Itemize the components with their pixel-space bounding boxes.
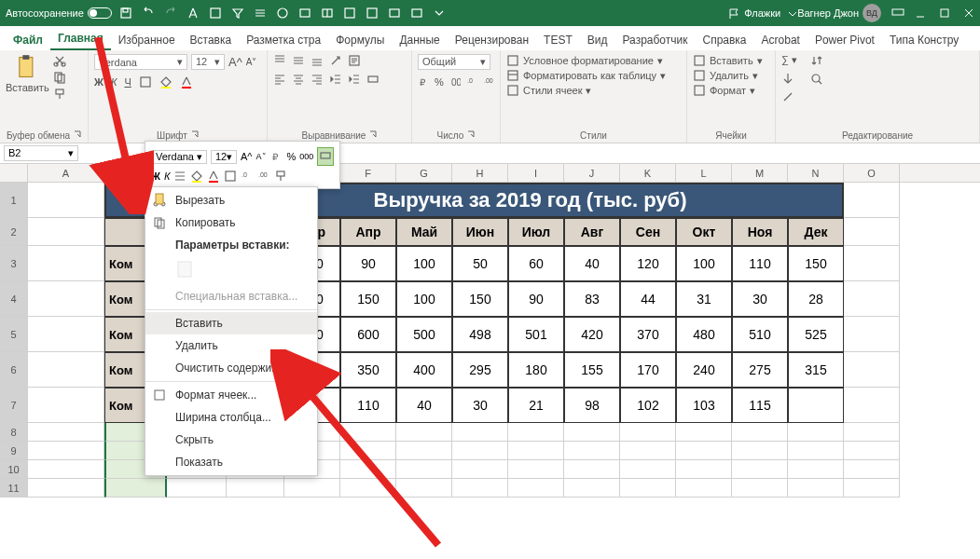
cell[interactable] [167,479,227,498]
tab-home[interactable]: Главная [50,28,111,50]
tab-help[interactable]: Справка [695,30,753,50]
row-header[interactable]: 11 [0,479,28,498]
cell[interactable] [28,183,104,218]
cell[interactable] [340,460,396,479]
cell[interactable] [676,479,732,498]
cell[interactable] [788,479,844,498]
data-cell[interactable]: 110 [340,388,396,423]
maximize-icon[interactable] [939,7,950,19]
data-cell[interactable]: 170 [620,352,676,388]
cell[interactable] [28,281,104,317]
cell[interactable] [508,423,564,442]
mini-fill-color-icon[interactable] [190,170,203,183]
cell[interactable] [676,423,732,442]
cell[interactable] [620,460,676,479]
accounting-icon[interactable]: ₽ [418,75,429,89]
cell[interactable] [28,388,104,423]
data-cell[interactable]: 30 [732,281,788,317]
col-header[interactable]: O [844,164,900,182]
dialog-launcher-icon[interactable] [74,130,81,138]
mini-italic[interactable]: К [164,170,170,182]
cut-icon[interactable] [53,54,66,67]
cell[interactable] [284,479,340,498]
name-box[interactable]: B2▾ [4,145,78,161]
mini-font-color-icon[interactable] [207,170,220,183]
format-painter-icon[interactable] [53,88,66,101]
font-name-input[interactable]: Verdana▾ [94,54,187,70]
tab-developer[interactable]: Разработчик [614,30,695,50]
cell[interactable] [396,423,452,442]
chevron-down-icon[interactable] [433,7,446,20]
filter-icon[interactable] [231,7,244,20]
header-cell[interactable]: Дек [788,218,844,246]
cell[interactable] [732,479,788,498]
cell[interactable] [844,218,900,246]
decrease-decimal-icon[interactable]: .00 [483,75,494,89]
data-cell[interactable]: 102 [620,388,676,423]
header-cell[interactable]: Май [396,218,452,246]
conditional-formatting-button[interactable]: Условное форматирование▾ [506,54,681,67]
menu-column-width[interactable]: Ширина столбца... [145,406,317,429]
cell[interactable] [396,442,452,460]
align-top-icon[interactable] [273,54,286,67]
data-cell[interactable]: 103 [676,388,732,423]
tab-acrobat[interactable]: Acrobat [754,30,807,50]
cell[interactable] [620,442,676,460]
menu-hide[interactable]: Скрыть [145,429,317,451]
redo-icon[interactable] [164,7,177,20]
cell[interactable] [28,317,104,352]
data-cell[interactable]: 28 [788,281,844,317]
cell[interactable] [564,460,620,479]
cell[interactable] [396,460,452,479]
data-cell[interactable]: 155 [564,352,620,388]
data-cell[interactable]: 498 [452,317,508,352]
data-cell[interactable]: 98 [564,388,620,423]
fill-icon[interactable] [781,72,794,85]
cell[interactable] [564,442,620,460]
data-cell[interactable]: 315 [788,352,844,388]
qat-icon[interactable] [343,7,356,20]
tab-file[interactable]: Файл [6,30,50,50]
row-header[interactable]: 5 [0,317,28,352]
clear-icon[interactable] [781,90,794,103]
cell[interactable] [676,442,732,460]
cell[interactable] [844,317,900,352]
increase-font-icon[interactable]: A^ [228,55,242,69]
cell[interactable] [844,183,900,218]
data-cell[interactable]: 150 [452,281,508,317]
data-cell[interactable]: 120 [620,246,676,281]
cell[interactable] [676,460,732,479]
col-header[interactable]: I [508,164,564,182]
mini-decrease-font[interactable]: A˅ [256,152,267,161]
data-cell[interactable]: 180 [508,352,564,388]
cell[interactable] [844,246,900,281]
mini-decimal-inc-icon[interactable]: .0 [241,170,254,183]
autosum-button[interactable]: ∑ ▾ [781,54,797,66]
tab-formulas[interactable]: Формулы [328,30,392,50]
align-middle-icon[interactable] [292,54,305,67]
cell[interactable] [788,442,844,460]
mini-decimal-dec-icon[interactable]: .00 [257,170,270,183]
mini-increase-font[interactable]: A^ [241,151,253,162]
data-cell[interactable]: 500 [396,317,452,352]
col-header[interactable]: K [620,164,676,182]
col-header[interactable]: J [564,164,620,182]
data-cell[interactable]: 115 [732,388,788,423]
qat-icon[interactable] [209,7,222,20]
qat-icon[interactable] [388,7,401,20]
merge-icon[interactable] [366,73,380,86]
display-options-icon[interactable] [890,6,905,20]
underline-button[interactable]: Ч [124,76,131,88]
sort-filter-icon[interactable] [810,54,823,67]
cell[interactable] [508,460,564,479]
data-cell[interactable]: 100 [676,246,732,281]
header-cell[interactable]: Сен [620,218,676,246]
tab-powerpivot[interactable]: Power Pivot [807,30,882,50]
mini-format-painter-icon[interactable] [274,170,287,183]
data-cell[interactable]: 295 [452,352,508,388]
cell[interactable] [564,479,620,498]
tab-pagelayout[interactable]: Разметка стра [239,30,328,50]
menu-copy[interactable]: Копировать [145,211,317,234]
data-cell[interactable]: 60 [508,246,564,281]
tab-insert[interactable]: Вставка [183,30,240,50]
